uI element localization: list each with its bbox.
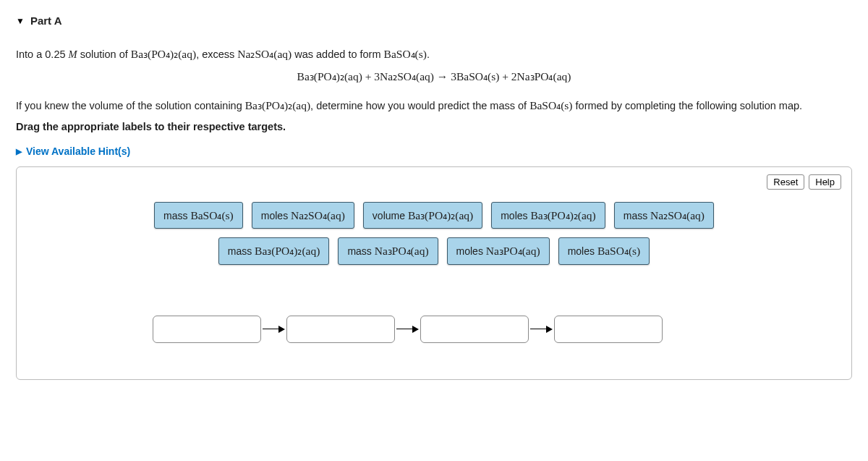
text-seg: Into a 0.25: [16, 48, 69, 60]
chip-formula: Ba₃(PO₄)₂(aq): [408, 209, 473, 221]
draggable-chip[interactable]: mass BaSO₄(s): [154, 202, 243, 229]
chip-prefix: moles: [456, 245, 486, 257]
chip-formula: BaSO₄(s): [597, 245, 640, 257]
chip-formula: Ba₃(PO₄)₂(aq): [255, 245, 320, 257]
drag-instruction: Drag the appropriate labels to their res…: [16, 119, 852, 135]
draggable-chip[interactable]: moles Ba₃(PO₄)₂(aq): [491, 202, 605, 229]
prompt-line-2: If you knew the volume of the solution c…: [16, 97, 852, 114]
draggable-chip[interactable]: moles Na₃PO₄(aq): [447, 237, 550, 264]
chip-row: mass BaSO₄(s)moles Na₂SO₄(aq)volume Ba₃(…: [154, 202, 714, 229]
collapse-icon: ▼: [16, 14, 25, 28]
chip-prefix: mass: [624, 210, 650, 221]
chip-formula: Na₂SO₄(aq): [650, 209, 705, 221]
draggable-chip[interactable]: moles Na₂SO₄(aq): [252, 202, 354, 229]
drag-workspace: Reset Help mass BaSO₄(s)moles Na₂SO₄(aq)…: [16, 166, 852, 380]
draggable-chip[interactable]: mass Na₃PO₄(aq): [338, 237, 438, 264]
text-seg: formed by completing the following solut…: [573, 100, 803, 111]
reagent: Ba₃(PO₄)₂(aq): [245, 99, 310, 111]
chip-bank: mass BaSO₄(s)moles Na₂SO₄(aq)volume Ba₃(…: [30, 202, 838, 265]
draggable-chip[interactable]: moles BaSO₄(s): [558, 237, 650, 264]
chip-prefix: mass: [163, 210, 190, 221]
solution-map: [30, 316, 838, 343]
text-seg: .: [427, 48, 430, 60]
part-label: Part A: [30, 13, 62, 30]
chip-row: mass Ba₃(PO₄)₂(aq)mass Na₃PO₄(aq)moles N…: [218, 237, 650, 264]
chip-formula: Na₃PO₄(aq): [375, 245, 429, 257]
reset-button[interactable]: Reset: [767, 174, 804, 190]
text-seg: was added to form: [292, 48, 383, 60]
chemical-equation: Ba₃(PO₄)₂(aq) + 3Na₂SO₄(aq) → 3BaSO₄(s) …: [16, 68, 852, 85]
arrow-icon: [530, 326, 553, 333]
chip-prefix: volume: [373, 210, 408, 221]
prompt-line-1: Into a 0.25 M solution of Ba₃(PO₄)₂(aq),…: [16, 46, 852, 63]
chip-formula: BaSO₄(s): [190, 209, 233, 221]
help-button[interactable]: Help: [809, 174, 841, 190]
molarity-symbol: M: [69, 48, 77, 60]
chip-formula: Ba₃(PO₄)₂(aq): [530, 209, 595, 221]
draggable-chip[interactable]: volume Ba₃(PO₄)₂(aq): [363, 202, 482, 229]
arrow-icon: [396, 326, 419, 333]
drop-target[interactable]: [420, 316, 529, 343]
part-header[interactable]: ▼ Part A: [16, 13, 852, 30]
product: BaSO₄(s): [529, 99, 572, 111]
text-seg: , excess: [196, 48, 237, 60]
chip-prefix: mass: [347, 245, 374, 257]
product: BaSO₄(s): [384, 48, 427, 60]
drop-target[interactable]: [554, 316, 663, 343]
draggable-chip[interactable]: mass Na₂SO₄(aq): [614, 202, 714, 229]
chip-prefix: moles: [261, 210, 291, 221]
draggable-chip[interactable]: mass Ba₃(PO₄)₂(aq): [218, 237, 330, 264]
reagent: Ba₃(PO₄)₂(aq): [131, 48, 196, 60]
chip-prefix: moles: [501, 210, 530, 221]
chip-formula: Na₂SO₄(aq): [291, 209, 345, 221]
chip-formula: Na₃PO₄(aq): [486, 245, 540, 257]
reagent: Na₂SO₄(aq): [237, 48, 292, 60]
view-hints-link[interactable]: ▶ View Available Hint(s): [16, 144, 852, 159]
drop-target[interactable]: [286, 316, 395, 343]
hints-label: View Available Hint(s): [26, 144, 130, 159]
expand-icon: ▶: [16, 145, 22, 158]
text-seg: solution of: [77, 48, 131, 60]
arrow-icon: [263, 326, 285, 333]
drop-target[interactable]: [153, 316, 261, 343]
text-seg: If you knew the volume of the solution c…: [16, 100, 245, 111]
chip-prefix: mass: [228, 245, 255, 257]
chip-prefix: moles: [568, 245, 597, 257]
text-seg: , determine how you would predict the ma…: [310, 100, 529, 111]
